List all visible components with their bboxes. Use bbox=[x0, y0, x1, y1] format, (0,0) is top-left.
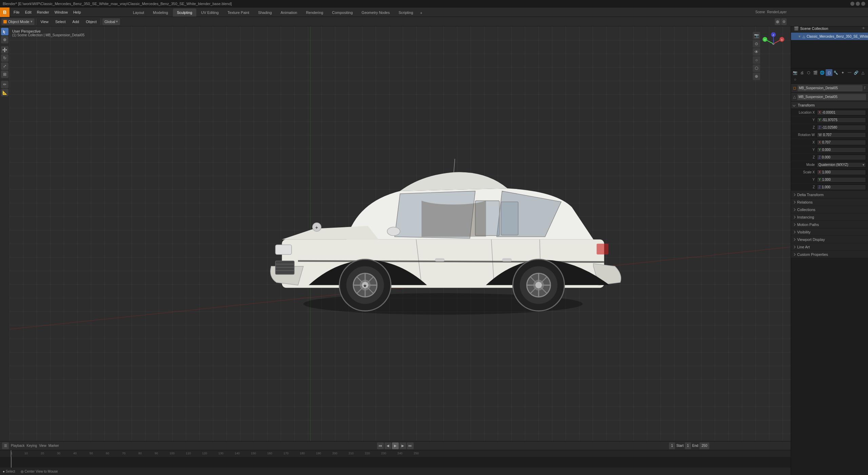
header-add[interactable]: Add bbox=[70, 18, 82, 25]
transform-global[interactable]: Global ▾ bbox=[102, 18, 120, 25]
overlay-view-btn[interactable]: ⊕ bbox=[753, 73, 760, 80]
marker-menu[interactable]: Marker bbox=[48, 444, 59, 448]
header-select[interactable]: Select bbox=[53, 18, 68, 25]
tool-move[interactable] bbox=[1, 46, 8, 54]
tool-annotate[interactable]: ✏ bbox=[1, 81, 8, 88]
rotation-w-value[interactable]: W 0.707 bbox=[817, 132, 866, 138]
scale-y-value[interactable]: Y 1.000 bbox=[817, 177, 866, 183]
header-object[interactable]: Object bbox=[83, 18, 99, 25]
tab-texture-paint[interactable]: Texture Paint bbox=[223, 8, 253, 17]
scale-x-text: 1.000 bbox=[822, 170, 831, 174]
object-mode-select[interactable]: Object Mode ▾ bbox=[1, 18, 35, 25]
add-workspace-btn[interactable]: + bbox=[418, 9, 425, 17]
location-x-value[interactable]: X -0.00001 bbox=[817, 110, 866, 115]
jump-start-btn[interactable]: ⏮ bbox=[377, 442, 384, 449]
viewport-display-section[interactable]: Viewport Display bbox=[791, 236, 868, 243]
relations-section[interactable]: Relations bbox=[791, 198, 868, 206]
overlay-btn[interactable]: ⊙ bbox=[781, 18, 787, 25]
line-art-section[interactable]: Line Art bbox=[791, 243, 868, 251]
timeline-playhead[interactable] bbox=[11, 450, 11, 457]
data-name-input[interactable] bbox=[797, 94, 866, 100]
tab-shading[interactable]: Shading bbox=[254, 8, 276, 17]
rotation-x-value[interactable]: X 0.707 bbox=[817, 140, 866, 145]
scale-z-value[interactable]: Z 1.000 bbox=[817, 185, 866, 190]
eye-icon[interactable]: 👁 bbox=[862, 26, 865, 30]
close-btn[interactable] bbox=[861, 2, 865, 6]
maximize-btn[interactable] bbox=[856, 2, 860, 6]
render-props-icon[interactable]: 📷 bbox=[792, 69, 798, 76]
timeline-ruler[interactable]: 1 10 20 30 40 50 60 70 80 90 100 110 120… bbox=[0, 450, 791, 457]
transform-section-header[interactable]: Transform bbox=[791, 101, 868, 109]
object-name-input[interactable] bbox=[797, 85, 863, 91]
tab-compositing[interactable]: Compositing bbox=[328, 8, 357, 17]
tab-layout[interactable]: Layout bbox=[129, 8, 148, 17]
tab-animation[interactable]: Animation bbox=[277, 8, 301, 17]
start-frame-input[interactable]: 1 bbox=[685, 442, 691, 449]
tab-rendering[interactable]: Rendering bbox=[302, 8, 327, 17]
fake-user-btn[interactable]: F bbox=[864, 86, 866, 90]
object-props-icon[interactable]: ◻ bbox=[826, 69, 832, 76]
output-props-icon[interactable]: 🖨 bbox=[798, 69, 805, 76]
perspective-btn[interactable]: ⊙ bbox=[753, 40, 760, 48]
xray-btn[interactable]: ⬡ bbox=[753, 64, 760, 72]
rotation-y-value[interactable]: Y 0.000 bbox=[817, 147, 866, 153]
rotation-mode-select[interactable]: Quaternion (WXYZ) ▾ bbox=[817, 162, 866, 168]
tab-sculpting[interactable]: Sculpting bbox=[173, 8, 196, 17]
tool-transform[interactable]: ⊞ bbox=[1, 71, 8, 78]
delta-transform-section[interactable]: Delta Transform bbox=[791, 191, 868, 198]
tool-cursor[interactable]: ⊕ bbox=[1, 36, 8, 43]
menu-render[interactable]: Render bbox=[34, 7, 52, 17]
constraints-icon[interactable]: 🔗 bbox=[853, 69, 860, 76]
minimize-btn[interactable] bbox=[850, 2, 854, 6]
header-view[interactable]: View bbox=[38, 18, 51, 25]
frame-mark-210: 210 bbox=[349, 452, 354, 455]
collections-section[interactable]: Collections bbox=[791, 206, 868, 213]
menu-window[interactable]: Window bbox=[52, 7, 71, 17]
tab-uv-editing[interactable]: UV Editing bbox=[197, 8, 223, 17]
playback-menu[interactable]: Playback bbox=[11, 444, 25, 448]
visibility-btn[interactable]: 👁 bbox=[753, 48, 760, 56]
camera-view-btn[interactable]: 📷 bbox=[753, 32, 760, 39]
menu-edit[interactable]: Edit bbox=[22, 7, 34, 17]
particles-icon[interactable]: ✦ bbox=[839, 69, 846, 76]
tool-rotate[interactable]: ↻ bbox=[1, 54, 8, 62]
keying-menu[interactable]: Keying bbox=[27, 444, 37, 448]
location-z-value[interactable]: Z -11.02580 bbox=[817, 125, 866, 130]
timeline-menu-btn[interactable]: ☰ bbox=[2, 442, 9, 449]
material-icon[interactable]: ○ bbox=[792, 76, 798, 83]
end-frame-input[interactable]: 250 bbox=[699, 442, 709, 449]
modifier-icon[interactable]: 🔧 bbox=[832, 69, 839, 76]
current-frame-input[interactable]: 1 bbox=[669, 442, 675, 449]
custom-properties-section[interactable]: Custom Properties bbox=[791, 251, 868, 258]
view-layer-icon[interactable]: ⬡ bbox=[805, 69, 812, 76]
tab-scripting[interactable]: Scripting bbox=[394, 8, 417, 17]
scene-props-icon[interactable]: 🎬 bbox=[812, 69, 819, 76]
jump-end-btn[interactable]: ⏭ bbox=[407, 442, 414, 449]
location-x-text: -0.00001 bbox=[822, 111, 835, 114]
play-btn[interactable]: ▶ bbox=[392, 442, 399, 449]
visibility-section[interactable]: Visibility bbox=[791, 228, 868, 236]
shading-mode-btn[interactable]: ◎ bbox=[775, 18, 781, 25]
instancing-section[interactable]: Instancing bbox=[791, 213, 868, 221]
world-props-icon[interactable]: 🌐 bbox=[819, 69, 826, 76]
next-frame-btn[interactable]: ▶ bbox=[399, 442, 406, 449]
car-model-row[interactable]: ▼ △ Classic_Mercedes_Benz_350_SE_White 📷 bbox=[791, 33, 868, 40]
motion-paths-section[interactable]: Motion Paths bbox=[791, 221, 868, 228]
menu-file[interactable]: File bbox=[11, 7, 22, 17]
tool-scale[interactable]: ⤢ bbox=[1, 62, 8, 70]
tool-measure[interactable]: 📐 bbox=[1, 89, 8, 96]
object-data-icon[interactable]: △ bbox=[860, 69, 866, 76]
nav-gizmo[interactable]: X Y Z bbox=[762, 32, 785, 56]
tab-geometry-nodes[interactable]: Geometry Nodes bbox=[357, 8, 394, 17]
physics-icon[interactable]: 〰 bbox=[846, 69, 853, 76]
tab-modeling[interactable]: Modeling bbox=[149, 8, 172, 17]
location-y-value[interactable]: Y -51.97075 bbox=[817, 117, 866, 123]
main-viewport[interactable]: User Perspective (1) Scene Collection | … bbox=[9, 26, 791, 441]
prev-frame-btn[interactable]: ◀ bbox=[384, 442, 391, 449]
shading-btn[interactable]: ○ bbox=[753, 56, 760, 64]
rotation-z-value[interactable]: Z 0.000 bbox=[817, 155, 866, 160]
tool-select[interactable] bbox=[1, 28, 8, 35]
view-menu[interactable]: View bbox=[39, 444, 46, 448]
scale-x-value[interactable]: X 1.000 bbox=[817, 170, 866, 175]
menu-help[interactable]: Help bbox=[71, 7, 84, 17]
